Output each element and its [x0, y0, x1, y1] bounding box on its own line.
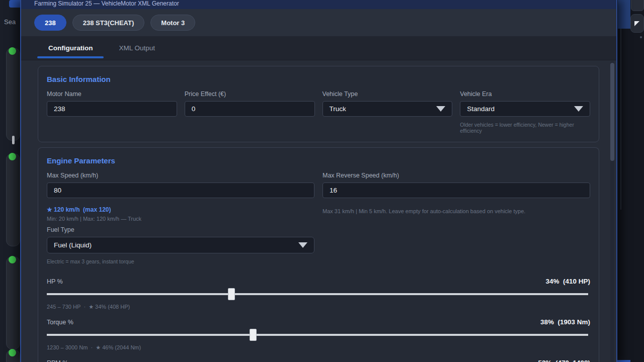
max-speed-range-note: Min: 20 km/h | Max: 120 km/h — Truck: [47, 216, 314, 222]
tab-xml-output-label: XML Output: [119, 44, 155, 52]
background-dot-icon: [640, 36, 642, 38]
background-list-item: [6, 48, 20, 141]
price-effect-field: Price Effect (€) 0: [185, 90, 315, 134]
max-reverse-speed-label: Max Reverse Speed (km/h): [323, 172, 590, 179]
background-list-item: [6, 153, 20, 246]
motor-name-label: Motor Name: [47, 90, 177, 98]
background-list-item: [6, 349, 20, 362]
background-window-right: [617, 0, 644, 362]
vehicle-type-field: Vehicle Type Truck: [323, 90, 453, 134]
motor-name-value: 238: [54, 105, 65, 113]
background-window-left: Sea: [0, 0, 21, 362]
torque-percent-label: Torque %: [47, 319, 73, 326]
max-speed-suggestion-link[interactable]: ★ 120 km/h (max 120): [47, 206, 314, 213]
vehicle-era-select[interactable]: Standard: [460, 101, 590, 117]
max-reverse-speed-note: Max 31 km/h | Min 5 km/h. Leave empty fo…: [323, 208, 590, 214]
slider-thumb[interactable]: [250, 329, 257, 341]
max-speed-value: 80: [54, 187, 61, 194]
torque-percent-note: 1230 – 3000 Nm · ★ 46% (2044 Nm): [47, 344, 590, 351]
max-speed-input[interactable]: 80: [47, 183, 314, 198]
max-speed-column: Max Speed (km/h) 80 ★ 120 km/h (max 120)…: [47, 172, 314, 264]
engine-sliders: HP % 34% (410 HP) 245 – 730 HP · ★ 34% (…: [47, 278, 590, 362]
fuel-type-select[interactable]: Fuel (Liquid): [47, 237, 314, 253]
status-dot-icon: [9, 47, 16, 55]
price-effect-value: 0: [192, 105, 196, 113]
max-speed-field: Max Speed (km/h) 80: [47, 172, 314, 198]
max-reverse-speed-field: Max Reverse Speed (km/h) 16: [323, 172, 590, 198]
background-dropdown-button: [630, 14, 644, 33]
status-dot-icon: [9, 153, 16, 160]
motor-tab-238-st3-cheat[interactable]: 238 ST3(CHEAT): [72, 15, 145, 31]
background-button: [631, 0, 644, 11]
fuel-type-value: Fuel (Liquid): [54, 241, 92, 249]
rpm-percent-value: 52% (470–1408): [538, 359, 590, 362]
motor-name-input[interactable]: 238: [47, 101, 177, 117]
active-tab-underline: [37, 56, 104, 58]
engine-parameters-card: Engine Parameters Max Speed (km/h) 80 ★ …: [38, 147, 599, 362]
hp-percent-label: HP %: [47, 278, 63, 285]
rpm-percent-row: RPM % 52% (470–1408) 550 – 2200 RPM · ★ …: [47, 359, 590, 362]
vehicle-era-field: Vehicle Era Standard Older vehicles = lo…: [460, 90, 590, 134]
rpm-percent-label: RPM %: [47, 359, 68, 362]
background-scrollbar: [620, 29, 621, 210]
tab-configuration-label: Configuration: [48, 44, 93, 52]
background-search-label: Sea: [4, 18, 16, 26]
torque-percent-slider[interactable]: [47, 329, 590, 341]
tab-xml-output[interactable]: XML Output: [106, 36, 168, 60]
price-effect-label: Price Effect (€): [185, 90, 315, 98]
slider-thumb[interactable]: [228, 288, 235, 300]
hp-percent-row: HP % 34% (410 HP) 245 – 730 HP · ★ 34% (…: [47, 278, 590, 310]
price-effect-input[interactable]: 0: [185, 101, 315, 117]
basic-information-title: Basic Information: [47, 75, 590, 83]
hp-percent-note: 245 – 730 HP · ★ 34% (408 HP): [47, 304, 590, 310]
torque-percent-value: 38% (1903 Nm): [540, 318, 590, 326]
vehicle-type-value: Truck: [330, 105, 346, 113]
fuel-type-field: Fuel Type Fuel (Liquid) Electric = max 3…: [47, 226, 314, 264]
engine-parameters-title: Engine Parameters: [47, 156, 590, 165]
configuration-panel: Basic Information Motor Name 238 Price E…: [21, 60, 616, 362]
fuel-type-note: Electric = max 3 gears, instant torque: [47, 258, 314, 264]
view-tabs: Configuration XML Output: [21, 36, 616, 60]
chevron-down-icon: [436, 106, 445, 112]
scrollbar[interactable]: [610, 61, 614, 362]
vehicle-type-label: Vehicle Type: [323, 90, 453, 98]
cursor-arrow-icon: [634, 21, 639, 26]
vehicle-type-select[interactable]: Truck: [323, 101, 453, 117]
max-reverse-speed-value: 16: [330, 187, 337, 194]
background-list-item: [6, 256, 20, 349]
window-titlebar[interactable]: Farming Simulator 25 — VehicleMotor XML …: [21, 0, 616, 9]
max-reverse-speed-input[interactable]: 16: [323, 183, 590, 198]
vehicle-era-value: Standard: [467, 105, 495, 113]
motor-tab-motor-3[interactable]: Motor 3: [150, 15, 195, 31]
slider-track: [47, 293, 588, 295]
background-icon: [12, 136, 15, 144]
hp-percent-value: 34% (410 HP): [545, 278, 590, 285]
fuel-type-label: Fuel Type: [47, 226, 314, 233]
motor-name-field: Motor Name 238: [47, 90, 177, 134]
basic-information-card: Basic Information Motor Name 238 Price E…: [38, 66, 599, 142]
status-dot-icon: [9, 256, 16, 263]
scrollbar-thumb[interactable]: [610, 63, 614, 161]
chevron-down-icon: [574, 106, 583, 112]
vehicle-era-label: Vehicle Era: [460, 90, 590, 98]
tab-configuration[interactable]: Configuration: [35, 36, 106, 60]
vehicle-era-note: Older vehicles = lower efficiency, Newer…: [460, 122, 590, 134]
motor-tabs-bar: 238 238 ST3(CHEAT) Motor 3: [21, 9, 616, 36]
slider-track: [47, 334, 588, 336]
background-blue-bar: [617, 360, 630, 362]
background-blue-strip: [618, 0, 630, 29]
hp-percent-slider[interactable]: [47, 288, 590, 300]
torque-percent-row: Torque % 38% (1903 Nm) 1230 – 3000 Nm · …: [47, 318, 590, 351]
max-reverse-column: Max Reverse Speed (km/h) 16 Max 31 km/h …: [323, 172, 590, 264]
window-title: Farming Simulator 25 — VehicleMotor XML …: [34, 0, 616, 9]
chevron-down-icon: [298, 242, 307, 248]
max-speed-label: Max Speed (km/h): [47, 172, 314, 179]
status-dot-icon: [9, 349, 16, 356]
motor-tab-238[interactable]: 238: [34, 15, 66, 31]
vehiclemotor-generator-window: Farming Simulator 25 — VehicleMotor XML …: [20, 0, 617, 362]
